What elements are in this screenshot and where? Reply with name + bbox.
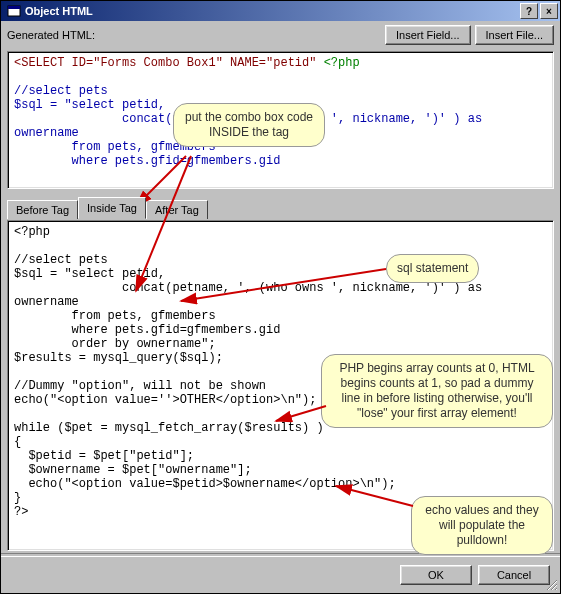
code-line: //select pets bbox=[14, 253, 108, 267]
callout-echo: echo values and they will populate the p… bbox=[411, 496, 553, 555]
object-html-window: Object HTML ? × Generated HTML: Insert F… bbox=[0, 0, 561, 594]
code-line: echo("<option value=''>OTHER</option>\n"… bbox=[14, 393, 316, 407]
generated-html-label: Generated HTML: bbox=[7, 29, 381, 41]
code-line: ownername bbox=[14, 126, 79, 140]
tab-before-tag[interactable]: Before Tag bbox=[7, 200, 78, 219]
cancel-button[interactable]: Cancel bbox=[478, 565, 550, 585]
svg-line-7 bbox=[556, 589, 557, 590]
resize-grip-icon[interactable] bbox=[544, 577, 558, 591]
code-line: where pets.gfid=gfmembers.gid bbox=[14, 323, 280, 337]
app-icon bbox=[7, 4, 21, 18]
code-line: ?> bbox=[14, 505, 28, 519]
window-title: Object HTML bbox=[25, 5, 520, 17]
tab-after-tag[interactable]: After Tag bbox=[146, 200, 208, 219]
callout-combo-box: put the combo box code INSIDE the tag bbox=[173, 103, 325, 147]
svg-rect-1 bbox=[8, 6, 20, 9]
code-line: //Dummy "option", will not be shown bbox=[14, 379, 266, 393]
titlebar-buttons: ? × bbox=[520, 3, 558, 19]
tab-inside-tag[interactable]: Inside Tag bbox=[78, 197, 146, 219]
callout-array-counts: PHP begins array counts at 0, HTML begin… bbox=[321, 354, 553, 428]
code-line: } bbox=[14, 491, 21, 505]
code-line: <SELECT ID="Forms Combo Box1" NAME="peti… bbox=[14, 56, 360, 70]
close-button[interactable]: × bbox=[540, 3, 558, 19]
code-line: where pets.gfid=gfmembers.gid bbox=[14, 154, 280, 168]
code-line: from pets, gfmembers bbox=[14, 309, 216, 323]
tab-bar: Before Tag Inside Tag After Tag bbox=[7, 197, 554, 218]
code-line: $sql = "select petid, bbox=[14, 267, 165, 281]
titlebar: Object HTML ? × bbox=[1, 1, 560, 21]
code-line: $ownername = $pet["ownername"]; bbox=[14, 463, 252, 477]
code-line: echo("<option value=$petid>$ownername</o… bbox=[14, 477, 396, 491]
callout-sql: sql statement bbox=[386, 254, 479, 283]
help-button[interactable]: ? bbox=[520, 3, 538, 19]
code-line: { bbox=[14, 435, 21, 449]
insert-field-button[interactable]: Insert Field... bbox=[385, 25, 471, 45]
code-line: $petid = $pet["petid"]; bbox=[14, 449, 194, 463]
code-line: //select pets bbox=[14, 84, 108, 98]
code-line: ownername bbox=[14, 295, 79, 309]
code-line: <?php bbox=[14, 225, 50, 239]
insert-file-button[interactable]: Insert File... bbox=[475, 25, 554, 45]
code-line: order by ownername"; bbox=[14, 337, 216, 351]
code-line: $results = mysql_query($sql); bbox=[14, 351, 223, 365]
code-line: while ($pet = mysql_fetch_array($results… bbox=[14, 421, 324, 435]
code-line: $sql = "select petid, bbox=[14, 98, 165, 112]
code-line: concat(petname, ', (who owns ', nickname… bbox=[14, 281, 482, 295]
ok-button[interactable]: OK bbox=[400, 565, 472, 585]
bottom-bar: OK Cancel bbox=[1, 557, 560, 593]
toolbar: Generated HTML: Insert Field... Insert F… bbox=[1, 21, 560, 49]
